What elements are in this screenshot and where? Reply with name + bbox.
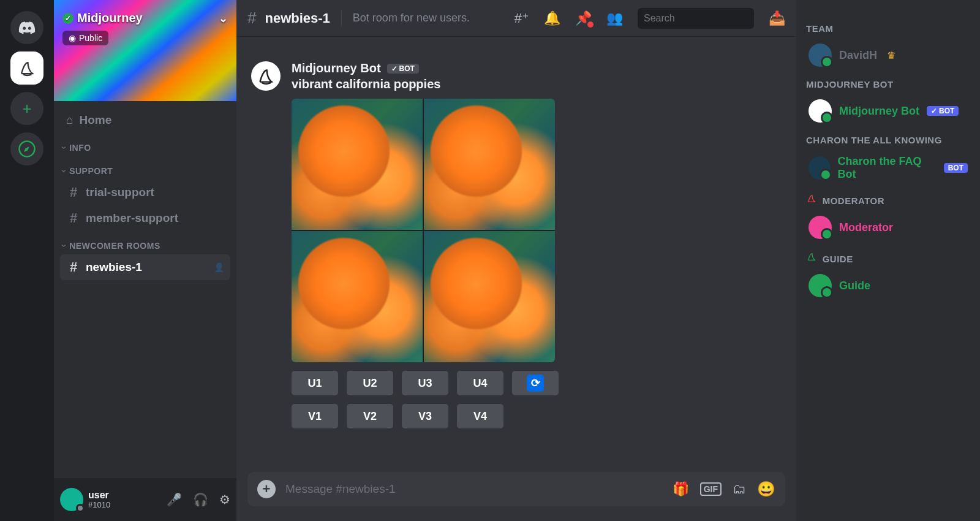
owner-crown-icon: ♛ [887,50,895,61]
image-q1 [292,99,423,230]
member-guide[interactable]: Guide [806,270,970,301]
hash-icon: # [66,184,81,200]
discord-home-icon[interactable] [10,11,43,44]
inbox-icon[interactable]: 📥 [769,10,785,26]
bot-badge: ✓ BOT [387,64,419,74]
refresh-icon: ⟳ [527,375,544,392]
settings-icon[interactable]: ⚙ [219,492,230,507]
self-username: user [88,490,110,501]
home-icon: ⌂ [66,113,73,127]
chat-main: # newbies-1 Bot room for new users. #⁺ 🔔… [236,0,796,521]
v3-button[interactable]: V3 [402,404,448,428]
avatar [809,156,831,180]
reroll-button[interactable]: ⟳ [512,371,559,395]
attach-button[interactable]: + [257,480,276,498]
author-name[interactable]: Midjourney Bot [292,61,381,75]
mute-icon[interactable]: 🎤 [167,492,182,507]
image-q2 [424,99,555,230]
message: Midjourney Bot ✓ BOT vibrant california … [251,61,782,428]
generated-image-grid[interactable] [292,99,555,362]
verified-icon: ✓ [62,13,74,24]
message-list: Midjourney Bot ✓ BOT vibrant california … [236,37,796,472]
image-q4 [424,231,555,362]
server-rail: + [0,0,54,521]
v1-button[interactable]: V1 [292,404,338,428]
member-davidh[interactable]: DavidH ♛ [806,40,970,70]
channel-sidebar: ✓ Midjourney ⌄ ◉ Public ⌂ Home INFO SUPP… [54,0,236,521]
avatar [809,99,832,123]
explore-button[interactable] [10,132,43,165]
section-info[interactable]: INFO [60,143,230,156]
deafen-icon[interactable]: 🎧 [193,492,208,507]
member-midjourney-bot[interactable]: Midjourney Bot ✓ BOT [806,96,970,126]
avatar [809,216,832,239]
channel-trial-support[interactable]: #trial-support [60,180,230,205]
role-charon: CHARON THE ALL KNOWING [806,135,970,145]
role-guide: GUIDE [806,251,970,264]
server-dropdown-icon[interactable]: ⌄ [219,12,228,25]
divider [341,10,342,26]
role-team: TEAM [806,23,970,34]
pinned-icon[interactable]: 📌 [575,10,592,26]
emoji-icon[interactable]: 😀 [757,481,775,498]
globe-icon: ◉ [69,33,76,43]
threads-icon[interactable]: #⁺ [514,10,529,26]
channel-member-support[interactable]: #member-support [60,205,230,231]
self-tag: #1010 [88,501,110,509]
server-name: Midjourney [77,11,143,25]
home-item[interactable]: ⌂ Home [60,107,230,133]
role-moderator: MODERATOR [806,193,970,206]
notifications-icon[interactable]: 🔔 [544,10,560,26]
variation-row: V1 V2 V3 V4 [292,404,782,428]
gif-icon[interactable]: GIF [700,482,722,496]
user-panel: user #1010 🎤 🎧 ⚙ [54,478,236,521]
add-server-button[interactable]: + [10,92,43,125]
channel-newbies-1[interactable]: # newbies-1 👤 [60,254,230,280]
section-newcomer[interactable]: NEWCOMER ROOMS [60,241,230,254]
role-mj-bot: MIDJOURNEY BOT [806,79,970,89]
u4-button[interactable]: U4 [457,371,503,395]
channel-list: ⌂ Home INFO SUPPORT #trial-support #memb… [54,101,236,478]
member-charon[interactable]: Charon the FAQ Bot BOT [806,151,970,184]
server-banner[interactable]: ✓ Midjourney ⌄ ◉ Public [54,0,236,101]
u2-button[interactable]: U2 [347,371,393,395]
u3-button[interactable]: U3 [402,371,448,395]
message-prompt: vibrant california poppies [292,77,782,91]
author-avatar[interactable] [251,61,281,91]
channel-topic: Bot room for new users. [353,12,470,25]
midjourney-server-icon[interactable] [10,51,43,85]
self-avatar[interactable] [60,488,83,511]
avatar [809,274,832,297]
avatar [809,44,832,67]
search-input[interactable] [644,13,766,24]
hash-lock-icon: # [66,259,81,275]
public-badge: ◉ Public [62,31,108,45]
bot-badge: BOT [944,163,968,173]
section-support[interactable]: SUPPORT [60,166,230,180]
hash-lock-icon: # [66,210,81,226]
v4-button[interactable]: V4 [457,404,503,428]
status-indicator [76,504,85,512]
channel-hash-icon: # [247,9,256,28]
v2-button[interactable]: V2 [347,404,393,428]
member-moderator[interactable]: Moderator [806,212,970,243]
image-q3 [292,231,423,362]
u1-button[interactable]: U1 [292,371,338,395]
upscale-row: U1 U2 U3 U4 ⟳ [292,371,782,395]
search-box[interactable]: 🔍 [638,8,754,29]
members-panel: TEAM DavidH ♛ MIDJOURNEY BOT Midjourney … [796,0,980,521]
channel-title: newbies-1 [265,10,330,26]
bot-badge: ✓ BOT [927,106,959,116]
gift-icon[interactable]: 🎁 [673,481,689,497]
chat-header: # newbies-1 Bot room for new users. #⁺ 🔔… [236,0,796,37]
message-input-bar: + 🎁 GIF 🗂 😀 [247,472,785,506]
sticker-icon[interactable]: 🗂 [733,481,746,497]
add-user-icon[interactable]: 👤 [214,262,224,272]
message-input[interactable] [285,482,663,496]
members-toggle-icon[interactable]: 👥 [606,10,623,26]
